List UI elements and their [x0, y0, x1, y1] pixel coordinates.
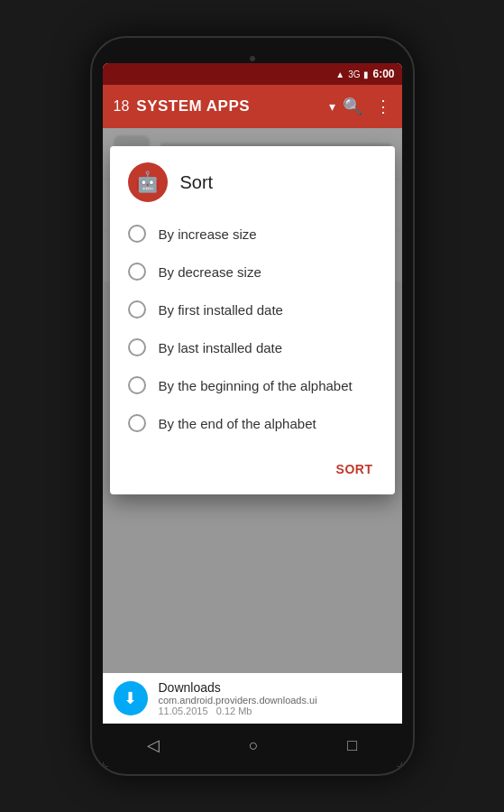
- radio-label-alpha-begin: By the beginning of the alphabet: [159, 378, 353, 393]
- status-bar: ▲ 3G ▮ 6:00: [103, 63, 402, 85]
- bottom-app-package: com.android.providers.downloads.ui: [159, 695, 391, 706]
- dialog-options-list: By increase size By decrease size By fir…: [110, 215, 395, 449]
- radio-option-first-installed[interactable]: By first installed date: [117, 291, 388, 328]
- radio-option-last-installed[interactable]: By last installed date: [117, 328, 388, 366]
- radio-circle: [128, 263, 146, 281]
- app-bar: 18 SYSTEM APPS ▾ 🔍 ⋮: [103, 85, 402, 128]
- radio-option-alpha-end[interactable]: By the end of the alphabet: [117, 404, 388, 442]
- bottom-app-info: ⬇ Downloads com.android.providers.downlo…: [103, 673, 402, 724]
- radio-circle: [128, 225, 146, 243]
- sort-button[interactable]: SORT: [329, 457, 380, 482]
- downloads-app-icon: ⬇: [114, 681, 148, 715]
- radio-label-first-installed: By first installed date: [159, 302, 283, 318]
- radio-label-alpha-end: By the end of the alphabet: [159, 416, 316, 431]
- phone-top: [103, 54, 402, 63]
- battery-icon: ▮: [363, 69, 369, 79]
- app-title: SYSTEM APPS: [136, 97, 321, 115]
- dialog-header: 🤖 Sort: [110, 146, 395, 215]
- status-icons: ▲ 3G ▮ 6:00: [335, 68, 394, 80]
- dropdown-arrow-icon[interactable]: ▾: [329, 99, 335, 114]
- radio-label-decrease-size: By decrease size: [159, 264, 261, 280]
- dialog-actions: SORT: [110, 449, 395, 494]
- sort-dialog: 🤖 Sort By increase size By decrease size: [110, 146, 395, 494]
- radio-option-increase-size[interactable]: By increase size: [117, 215, 388, 253]
- radio-option-decrease-size[interactable]: By decrease size: [117, 253, 388, 291]
- content-area: 🤖 Sort By increase size By decrease size: [103, 128, 402, 724]
- wifi-icon: ▲: [335, 69, 344, 79]
- signal-icon: 3G: [348, 69, 360, 79]
- bottom-app-date: 11.05.2015: [159, 706, 208, 716]
- app-count: 18: [114, 98, 130, 115]
- bottom-app-size: 0.12 Mb: [216, 706, 252, 716]
- dialog-title: Sort: [180, 172, 214, 193]
- dialog-app-icon: 🤖: [128, 162, 168, 202]
- radio-circle: [128, 338, 146, 356]
- bottom-bar-text: Downloads com.android.providers.download…: [159, 680, 391, 716]
- recents-button[interactable]: □: [333, 729, 371, 762]
- app-bar-actions: 🔍 ⋮: [343, 97, 391, 116]
- phone-frame: ▲ 3G ▮ 6:00 18 SYSTEM APPS ▾ 🔍 ⋮: [90, 36, 415, 776]
- search-icon[interactable]: 🔍: [343, 97, 362, 116]
- bottom-app-meta: 11.05.2015 0.12 Mb: [159, 706, 391, 716]
- radio-circle: [128, 300, 146, 318]
- radio-circle: [128, 414, 146, 432]
- home-button[interactable]: ○: [234, 729, 273, 762]
- radio-label-last-installed: By last installed date: [159, 340, 283, 355]
- radio-label-increase-size: By increase size: [159, 226, 257, 242]
- phone-screen: ▲ 3G ▮ 6:00 18 SYSTEM APPS ▾ 🔍 ⋮: [103, 63, 402, 767]
- download-arrow-icon: ⬇: [124, 688, 137, 708]
- back-button[interactable]: ◁: [133, 728, 174, 762]
- time-display: 6:00: [372, 68, 394, 80]
- more-options-icon[interactable]: ⋮: [375, 97, 391, 116]
- camera-dot: [250, 56, 255, 61]
- bottom-app-name: Downloads: [159, 680, 391, 695]
- navigation-bar: ◁ ○ □: [103, 724, 402, 767]
- radio-option-alpha-begin[interactable]: By the beginning of the alphabet: [117, 366, 388, 404]
- android-robot-icon: 🤖: [135, 171, 160, 194]
- radio-circle: [128, 376, 146, 394]
